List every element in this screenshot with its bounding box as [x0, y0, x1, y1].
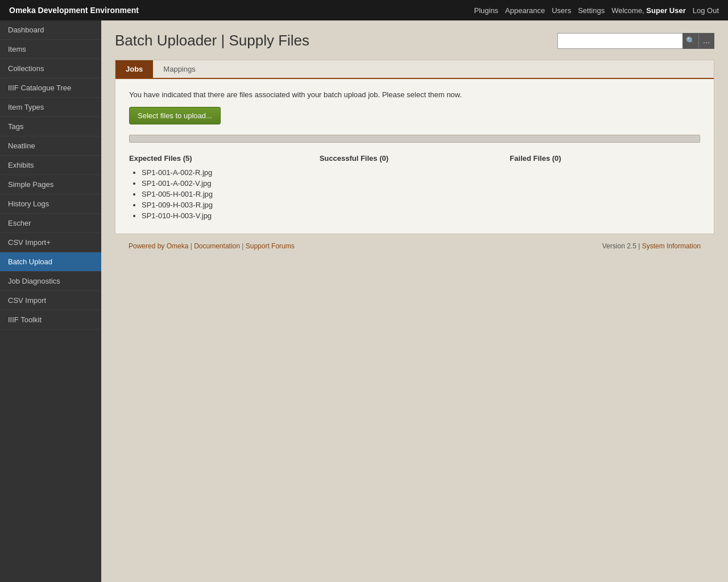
site-name: Omeka Development Environment [9, 6, 139, 15]
progress-bar [129, 135, 700, 143]
tab-mappings[interactable]: Mappings [153, 60, 205, 78]
sidebar-item-dashboard[interactable]: Dashboard [0, 20, 101, 40]
sidebar-item-escher[interactable]: Escher [0, 214, 101, 233]
files-table: Expected Files (5) SP1-001-A-002-R.jpgSP… [129, 154, 700, 222]
footer: Powered by Omeka | Documentation | Suppo… [115, 234, 714, 258]
tab-panel: Jobs Mappings You have indicated that th… [115, 60, 714, 234]
username: Super User [646, 6, 685, 15]
tab-content-jobs: You have indicated that there are files … [115, 79, 714, 234]
footer-system-info[interactable]: System Information [642, 242, 701, 250]
layout: DashboardItemsCollectionsIIIF Catalogue … [0, 20, 728, 582]
nav-settings[interactable]: Settings [578, 6, 605, 15]
sidebar-item-tags[interactable]: Tags [0, 117, 101, 136]
tab-jobs[interactable]: Jobs [115, 60, 153, 78]
info-message: You have indicated that there are files … [129, 90, 700, 99]
sidebar-item-items[interactable]: Items [0, 40, 101, 59]
sidebar-item-iiif-catalogue-tree[interactable]: IIIF Catalogue Tree [0, 78, 101, 98]
select-files-button[interactable]: Select files to upload... [129, 107, 221, 124]
sidebar-item-iiif-toolkit[interactable]: IIIF Toolkit [0, 310, 101, 330]
footer-powered-by[interactable]: Powered by Omeka [129, 242, 188, 250]
tab-bar: Jobs Mappings [115, 60, 714, 79]
top-nav: Plugins Appearance Users Settings Welcom… [474, 6, 719, 15]
footer-version: Version 2.5 | System Information [602, 242, 701, 250]
expected-files-column: Expected Files (5) SP1-001-A-002-R.jpgSP… [129, 154, 320, 222]
sidebar-item-history-logs[interactable]: History Logs [0, 194, 101, 214]
sidebar-item-csv-import-plus[interactable]: CSV Import+ [0, 233, 101, 252]
expected-file-item: SP1-001-A-002-V.jpg [142, 179, 320, 188]
sidebar-item-exhibits[interactable]: Exhibits [0, 156, 101, 175]
successful-files-header: Successful Files (0) [320, 154, 510, 163]
failed-files-column: Failed Files (0) [510, 154, 700, 222]
sidebar-item-neatline[interactable]: Neatline [0, 136, 101, 156]
successful-files-column: Successful Files (0) [320, 154, 510, 222]
nav-logout[interactable]: Log Out [693, 6, 719, 15]
nav-appearance[interactable]: Appearance [505, 6, 545, 15]
nav-plugins[interactable]: Plugins [474, 6, 498, 15]
main-content: Batch Uploader | Supply Files 🔍 … Jobs M… [101, 20, 728, 582]
page-title: Batch Uploader | Supply Files [115, 32, 309, 49]
sidebar-item-simple-pages[interactable]: Simple Pages [0, 175, 101, 194]
topbar: Omeka Development Environment Plugins Ap… [0, 0, 728, 20]
footer-support-forums[interactable]: Support Forums [246, 242, 295, 250]
expected-files-header: Expected Files (5) [129, 154, 320, 163]
search-input[interactable] [557, 33, 682, 49]
search-more-button[interactable]: … [698, 33, 714, 49]
footer-documentation[interactable]: Documentation [194, 242, 240, 250]
sidebar-item-csv-import[interactable]: CSV Import [0, 291, 101, 310]
nav-users[interactable]: Users [552, 6, 571, 15]
sidebar-item-batch-upload[interactable]: Batch Upload [0, 252, 101, 272]
sidebar-item-item-types[interactable]: Item Types [0, 98, 101, 117]
expected-files-list: SP1-001-A-002-R.jpgSP1-001-A-002-V.jpgSP… [129, 168, 320, 220]
failed-files-header: Failed Files (0) [510, 154, 700, 163]
expected-file-item: SP1-010-H-003-V.jpg [142, 211, 320, 220]
footer-links: Powered by Omeka | Documentation | Suppo… [129, 242, 295, 250]
search-button[interactable]: 🔍 [682, 33, 698, 49]
search-box: 🔍 … [557, 33, 714, 49]
sidebar-item-collections[interactable]: Collections [0, 59, 101, 78]
welcome-text: Welcome, Super User [611, 6, 686, 15]
page-header: Batch Uploader | Supply Files 🔍 … [115, 32, 714, 49]
expected-file-item: SP1-001-A-002-R.jpg [142, 168, 320, 177]
sidebar-item-job-diagnostics[interactable]: Job Diagnostics [0, 272, 101, 291]
expected-file-item: SP1-009-H-003-R.jpg [142, 201, 320, 209]
expected-file-item: SP1-005-H-001-R.jpg [142, 190, 320, 198]
sidebar: DashboardItemsCollectionsIIIF Catalogue … [0, 20, 101, 582]
